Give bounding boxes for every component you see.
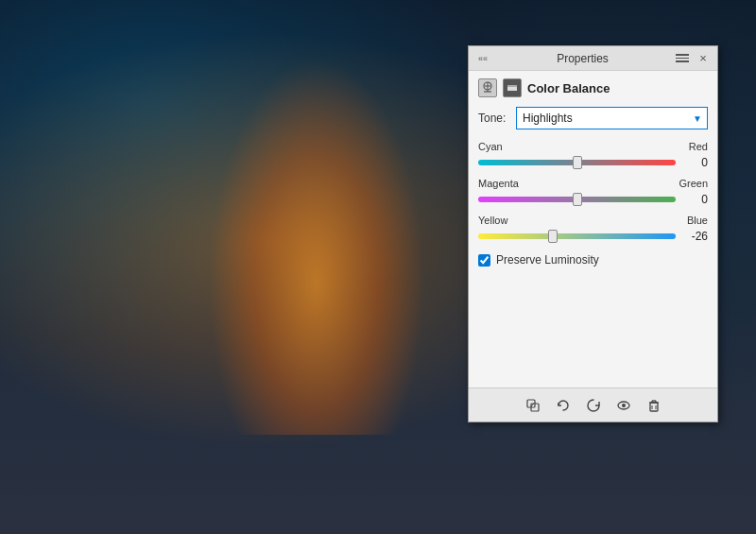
magenta-green-slider-group: Magenta Green 0 (478, 178, 708, 207)
magenta-label: Magenta (478, 178, 519, 189)
yellow-blue-input[interactable] (478, 233, 676, 239)
panel-title: Properties (557, 52, 609, 65)
tone-select[interactable]: Shadows Midtones Highlights (516, 107, 708, 129)
adjustment-title: Color Balance (527, 81, 610, 95)
cyan-label: Cyan (478, 141, 503, 152)
clip-to-layer-button[interactable] (523, 395, 543, 416)
tone-select-wrapper: Shadows Midtones Highlights ▼ (516, 107, 708, 129)
panel-body: Color Balance Tone: Shadows Midtones Hig… (469, 71, 717, 388)
cyan-red-slider-group: Cyan Red 0 (478, 141, 708, 170)
panel-toolbar (469, 388, 717, 422)
titlebar-left-icons: «« (476, 52, 490, 65)
yellow-blue-row: -26 (478, 229, 708, 244)
cyan-red-input[interactable] (478, 160, 676, 165)
green-label: Green (679, 178, 708, 189)
svg-rect-12 (650, 403, 658, 411)
tone-label: Tone: (478, 112, 508, 125)
panel-titlebar: «« Properties × (469, 46, 717, 71)
svg-point-11 (622, 404, 626, 407)
red-label: Red (689, 141, 708, 152)
preserve-luminosity-row: Preserve Luminosity (478, 253, 708, 267)
yellow-blue-labels: Yellow Blue (478, 215, 708, 226)
adjustment-header: Color Balance (478, 78, 708, 97)
yellow-blue-track (478, 229, 676, 244)
cyan-red-row: 0 (478, 155, 708, 170)
balance-icon (478, 78, 497, 97)
cyan-red-track (478, 155, 676, 170)
preserve-luminosity-checkbox[interactable] (478, 254, 490, 267)
panel-menu-button[interactable] (676, 54, 689, 62)
magenta-green-value: 0 (681, 193, 708, 206)
svg-rect-6 (507, 85, 517, 87)
cyan-red-value: 0 (681, 156, 708, 169)
blue-label: Blue (687, 215, 708, 226)
reset-button[interactable] (583, 395, 604, 416)
properties-panel: «« Properties × (468, 45, 718, 422)
delete-button[interactable] (644, 395, 664, 416)
yellow-blue-slider-group: Yellow Blue -26 (478, 215, 708, 244)
yellow-label: Yellow (478, 215, 507, 226)
collapse-icon[interactable]: «« (476, 52, 490, 65)
tone-row: Tone: Shadows Midtones Highlights ▼ (478, 107, 708, 129)
panel-spacer (478, 267, 708, 380)
yellow-blue-value: -26 (681, 230, 708, 243)
magenta-green-input[interactable] (478, 197, 676, 202)
preserve-luminosity-label: Preserve Luminosity (496, 253, 599, 267)
magenta-green-labels: Magenta Green (478, 178, 708, 189)
layer-icon (503, 78, 522, 97)
previous-state-button[interactable] (553, 395, 574, 416)
cyan-red-labels: Cyan Red (478, 141, 708, 152)
magenta-green-row: 0 (478, 192, 708, 207)
visibility-button[interactable] (613, 395, 634, 416)
magenta-green-track (478, 192, 676, 207)
panel-close-button[interactable]: × (696, 52, 710, 65)
